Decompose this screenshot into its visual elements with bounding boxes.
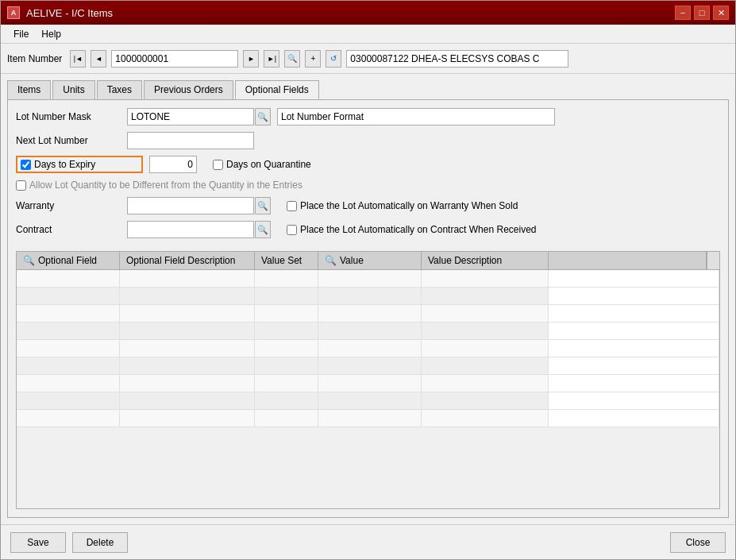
search-icon: 🔍 [257,225,268,235]
grid-cell-description [120,270,255,287]
place-contract-checkbox[interactable] [287,225,297,235]
tab-previous-orders[interactable]: Previous Orders [144,80,233,99]
refresh-button[interactable]: ↺ [326,50,341,68]
grid-cell-value-desc [422,340,549,357]
nav-prev-button[interactable]: ◄ [91,50,106,68]
title-bar: A AELIVE - I/C Items − □ ✕ [1,1,735,25]
contract-row: Contract 🔍 Place the Lot Automatically o… [16,221,720,238]
save-button[interactable]: Save [10,532,66,553]
grid-cell-description [120,392,255,409]
add-button[interactable]: + [305,50,321,68]
col-header-optional-field: 🔍 Optional Field [17,252,120,269]
nav-last-icon: ►| [268,55,276,63]
window-close-button[interactable]: ✕ [713,6,729,20]
lot-number-mask-input[interactable] [127,108,254,126]
grid-cell-value [318,288,422,304]
next-lot-number-input[interactable] [127,132,254,149]
delete-button[interactable]: Delete [72,532,128,553]
table-row [17,357,719,375]
grid-cell-value [318,322,422,339]
add-icon: + [310,54,315,63]
col-search-icon: 🔍 [23,255,35,266]
toolbar: Item Number |◄ ◄ ► ►| 🔍 + ↺ [1,44,735,74]
tab-units[interactable]: Units [52,80,94,99]
table-row [17,288,719,305]
grid-cell-value-desc [422,392,549,409]
warranty-input[interactable] [127,197,254,214]
grid-cell-description [120,322,255,339]
window-title: AELIVE - I/C Items [26,7,113,19]
grid-header: 🔍 Optional Field Optional Field Descript… [17,252,719,270]
grid-cell-extra [549,392,719,409]
scrollbar-placeholder [707,252,719,269]
lot-number-mask-search-button[interactable]: 🔍 [255,108,271,126]
grid-cell-optional-field [17,322,120,339]
table-row [17,340,719,357]
days-on-quarantine-container: Days on Quarantine [213,159,311,170]
days-to-expiry-input[interactable] [149,156,197,173]
search-icon: 🔍 [257,201,268,211]
col-header-value: 🔍 Value [318,252,422,269]
grid-cell-extra [549,305,719,322]
warranty-search-button[interactable]: 🔍 [255,197,271,214]
item-description-input[interactable] [346,50,568,68]
grid-cell-extra [549,375,719,392]
grid-cell-value [318,375,422,392]
search-button[interactable]: 🔍 [284,50,300,68]
contract-input[interactable] [127,221,254,238]
tab-taxes[interactable]: Taxes [97,80,142,99]
place-warranty-container: Place the Lot Automatically on Warranty … [287,200,518,211]
grid-cell-value-desc [422,305,549,322]
footer-left-buttons: Save Delete [10,532,128,553]
days-to-expiry-container: Days to Expiry [16,156,143,173]
table-row [17,375,719,392]
title-bar-buttons: − □ ✕ [675,6,729,20]
title-bar-left: A AELIVE - I/C Items [7,6,113,19]
lot-number-mask-row: Lot Number Mask 🔍 [16,108,720,126]
warranty-row: Warranty 🔍 Place the Lot Automatically o… [16,197,720,214]
close-button[interactable]: Close [670,532,726,553]
grid-cell-value-desc [422,322,549,339]
grid-cell-description [120,305,255,322]
grid-cell-description [120,288,255,304]
tab-optional-fields[interactable]: Optional Fields [235,80,319,99]
grid-cell-extra [549,410,719,427]
grid-cell-optional-field [17,375,120,392]
optional-fields-grid: 🔍 Optional Field Optional Field Descript… [16,251,720,509]
nav-last-button[interactable]: ►| [264,50,279,68]
warranty-label: Warranty [16,200,127,211]
table-row [17,270,719,288]
minimize-button[interactable]: − [675,6,691,20]
grid-cell-value-desc [422,270,549,287]
menu-help[interactable]: Help [35,27,67,41]
col-header-value-set: Value Set [255,252,318,269]
allow-lot-qty-checkbox[interactable] [16,180,26,191]
contract-search-button[interactable]: 🔍 [255,221,271,238]
grid-cell-value-set [255,357,318,374]
tab-items[interactable]: Items [7,80,51,99]
grid-cell-value-set [255,375,318,392]
maximize-button[interactable]: □ [694,6,710,20]
search-icon: 🔍 [287,54,297,63]
main-window: A AELIVE - I/C Items − □ ✕ File Help Ite… [0,0,736,560]
grid-cell-description [120,357,255,374]
days-to-expiry-checkbox[interactable] [21,160,31,170]
grid-cell-value [318,392,422,409]
item-number-input[interactable] [111,50,238,68]
grid-cell-value-desc [422,288,549,304]
grid-cell-optional-field [17,288,120,304]
col-header-value-desc: Value Description [422,252,549,269]
nav-next-button[interactable]: ► [243,50,259,68]
grid-cell-optional-field [17,357,120,374]
nav-first-button[interactable]: |◄ [70,50,86,68]
grid-cell-value [318,357,422,374]
menu-file[interactable]: File [7,27,35,41]
grid-cell-extra [549,270,719,287]
table-row [17,392,719,410]
days-to-expiry-label: Days to Expiry [34,159,95,170]
days-on-quarantine-checkbox[interactable] [213,160,223,170]
table-row [17,322,719,340]
place-warranty-checkbox[interactable] [287,201,297,211]
grid-cell-value-set [255,392,318,409]
lot-number-format-input[interactable] [277,108,555,126]
